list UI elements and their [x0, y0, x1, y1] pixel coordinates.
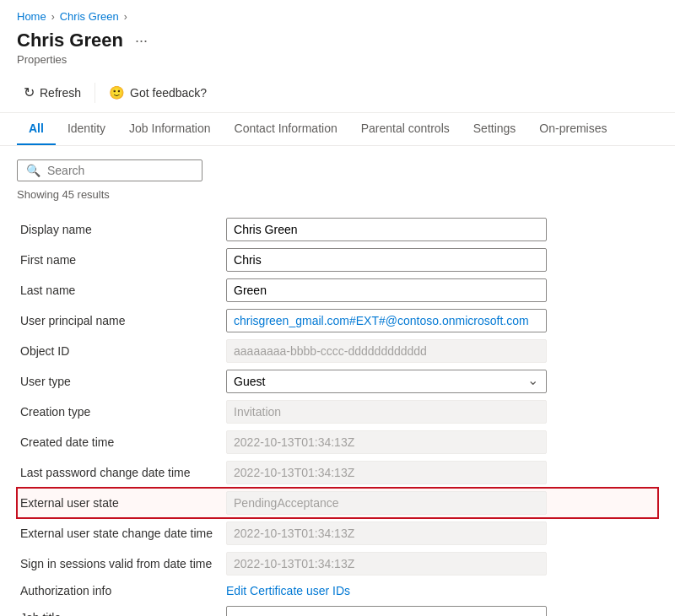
- feedback-button[interactable]: 🙂 Got feedback?: [102, 80, 213, 105]
- search-input[interactable]: [47, 164, 193, 177]
- prop-label-display_name: Display name: [17, 214, 223, 245]
- prop-input-upn[interactable]: [226, 309, 547, 332]
- prop-row-object_id: Object ID: [17, 336, 658, 366]
- prop-input-object_id: [226, 339, 547, 363]
- prop-value-created_date: [223, 427, 658, 457]
- prop-label-first_name: First name: [17, 245, 223, 275]
- tab-all[interactable]: All: [17, 113, 56, 145]
- tabs-bar: AllIdentityJob InformationContact Inform…: [0, 113, 675, 146]
- search-icon: 🔍: [26, 164, 40, 177]
- prop-input-creation_type: [226, 400, 547, 424]
- tab-contact[interactable]: Contact Information: [223, 113, 349, 145]
- results-count: Showing 45 results: [17, 188, 658, 201]
- prop-input-created_date: [226, 430, 547, 454]
- prop-value-display_name: [223, 214, 658, 245]
- feedback-icon: 🙂: [109, 85, 125, 100]
- prop-row-first_name: First name: [17, 245, 658, 275]
- prop-value-user_type: GuestMember⌄: [223, 366, 658, 397]
- prop-label-external_user_state_change: External user state change date time: [17, 518, 223, 548]
- prop-label-user_type: User type: [17, 366, 223, 397]
- breadcrumb-user[interactable]: Chris Green: [60, 10, 119, 23]
- prop-row-created_date: Created date time: [17, 427, 658, 457]
- tab-parental[interactable]: Parental controls: [349, 113, 462, 145]
- prop-value-last_pwd_change: [223, 457, 658, 488]
- prop-input-display_name[interactable]: [226, 218, 547, 241]
- feedback-label: Got feedback?: [130, 86, 207, 100]
- breadcrumb: Home › Chris Green ›: [0, 0, 675, 26]
- prop-link-auth_info[interactable]: Edit Certificate user IDs: [226, 584, 350, 597]
- prop-select-user_type[interactable]: GuestMember: [226, 370, 547, 393]
- prop-input-external_user_state_change: [226, 521, 547, 545]
- prop-label-created_date: Created date time: [17, 427, 223, 457]
- more-options-button[interactable]: ···: [130, 30, 153, 51]
- properties-table: Display nameFirst nameLast nameUser prin…: [17, 214, 658, 616]
- prop-label-job_title: Job title: [17, 602, 223, 616]
- toolbar: ↻ Refresh 🙂 Got feedback?: [0, 73, 675, 113]
- prop-input-job_title[interactable]: [226, 606, 547, 616]
- prop-row-auth_info: Authorization infoEdit Certificate user …: [17, 579, 658, 602]
- tab-identity[interactable]: Identity: [56, 113, 117, 145]
- toolbar-separator: [94, 83, 95, 103]
- prop-value-last_name: [223, 275, 658, 305]
- tab-settings[interactable]: Settings: [462, 113, 528, 145]
- prop-row-user_type: User typeGuestMember⌄: [17, 366, 658, 397]
- prop-label-external_user_state: External user state: [17, 488, 223, 518]
- prop-value-job_title: [223, 602, 658, 616]
- prop-input-last_pwd_change: [226, 461, 547, 484]
- prop-row-job_title: Job title: [17, 602, 658, 616]
- prop-value-auth_info: Edit Certificate user IDs: [223, 579, 658, 602]
- prop-row-external_user_state_change: External user state change date time: [17, 518, 658, 548]
- breadcrumb-home[interactable]: Home: [17, 10, 46, 23]
- prop-label-upn: User principal name: [17, 305, 223, 336]
- page-title: Chris Green: [17, 30, 123, 51]
- search-bar[interactable]: 🔍: [17, 159, 202, 181]
- prop-row-upn: User principal name: [17, 305, 658, 336]
- prop-value-upn: [223, 305, 658, 336]
- prop-input-first_name[interactable]: [226, 248, 547, 272]
- prop-value-object_id: [223, 336, 658, 366]
- prop-label-last_name: Last name: [17, 275, 223, 305]
- refresh-button[interactable]: ↻ Refresh: [17, 79, 88, 105]
- tab-job[interactable]: Job Information: [117, 113, 223, 145]
- prop-input-sign_in_sessions: [226, 552, 547, 575]
- page-subtitle: Properties: [17, 53, 658, 66]
- refresh-icon: ↻: [24, 84, 35, 100]
- prop-value-first_name: [223, 245, 658, 275]
- prop-label-creation_type: Creation type: [17, 397, 223, 427]
- prop-label-sign_in_sessions: Sign in sessions valid from date time: [17, 548, 223, 579]
- prop-row-last_name: Last name: [17, 275, 658, 305]
- refresh-label: Refresh: [40, 86, 81, 100]
- page-header: Chris Green ··· Properties: [0, 26, 675, 73]
- prop-row-sign_in_sessions: Sign in sessions valid from date time: [17, 548, 658, 579]
- prop-value-external_user_state: [223, 488, 658, 518]
- main-content: 🔍 Showing 45 results Display nameFirst n…: [0, 146, 675, 616]
- prop-value-external_user_state_change: [223, 518, 658, 548]
- prop-row-creation_type: Creation type: [17, 397, 658, 427]
- prop-value-sign_in_sessions: [223, 548, 658, 579]
- prop-row-last_pwd_change: Last password change date time: [17, 457, 658, 488]
- tab-onprem[interactable]: On-premises: [527, 113, 618, 145]
- prop-label-auth_info: Authorization info: [17, 579, 223, 602]
- prop-row-display_name: Display name: [17, 214, 658, 245]
- prop-value-creation_type: [223, 397, 658, 427]
- prop-row-external_user_state: External user state: [17, 488, 658, 518]
- prop-input-external_user_state: [226, 491, 547, 515]
- prop-input-last_name[interactable]: [226, 278, 547, 302]
- prop-label-object_id: Object ID: [17, 336, 223, 366]
- breadcrumb-sep-2: ›: [124, 11, 127, 23]
- breadcrumb-sep-1: ›: [51, 11, 55, 23]
- prop-label-last_pwd_change: Last password change date time: [17, 457, 223, 488]
